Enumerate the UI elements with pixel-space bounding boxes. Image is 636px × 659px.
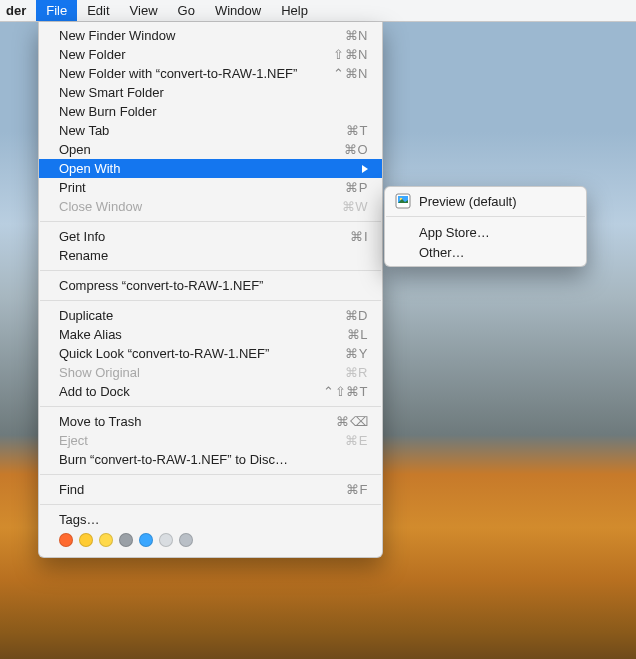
tag-dot[interactable] [59, 533, 73, 547]
menu-item-get-info[interactable]: Get Info⌘I [39, 227, 382, 246]
menu-separator [40, 270, 381, 271]
menu-separator [40, 406, 381, 407]
file-menu-dropdown: New Finder Window⌘N New Folder⇧⌘N New Fo… [38, 22, 383, 558]
menu-item-open-with[interactable]: Open With [39, 159, 382, 178]
menu-item-label: New Finder Window [59, 28, 335, 43]
menu-item-label: Get Info [59, 229, 340, 244]
menu-separator [40, 474, 381, 475]
open-with-submenu: Preview (default) App Store… Other… [384, 186, 587, 267]
menu-item-compress[interactable]: Compress “convert-to-RAW-1.NEF” [39, 276, 382, 295]
menu-item-new-burn-folder[interactable]: New Burn Folder [39, 102, 382, 121]
menu-item-label: New Burn Folder [59, 104, 358, 119]
menu-separator [40, 221, 381, 222]
menu-item-tags[interactable]: Tags… [39, 510, 382, 529]
tag-dot[interactable] [119, 533, 133, 547]
menu-item-open[interactable]: Open⌘O [39, 140, 382, 159]
menu-item-shortcut: ⌃⌘N [333, 66, 368, 81]
menu-view[interactable]: View [120, 0, 168, 21]
menu-item-label: Find [59, 482, 336, 497]
preview-app-icon [395, 193, 411, 209]
menu-item-label: Tags… [59, 512, 358, 527]
menu-item-quick-look[interactable]: Quick Look “convert-to-RAW-1.NEF”⌘Y [39, 344, 382, 363]
menu-item-shortcut: ⌃⇧⌘T [323, 384, 368, 399]
menu-item-shortcut: ⌘E [345, 433, 368, 448]
menu-item-close-window: Close Window⌘W [39, 197, 382, 216]
submenu-item-label: App Store… [419, 225, 490, 240]
tag-dot[interactable] [139, 533, 153, 547]
menu-item-shortcut: ⌘T [346, 123, 368, 138]
menu-item-rename[interactable]: Rename [39, 246, 382, 265]
menu-item-eject: Eject⌘E [39, 431, 382, 450]
menu-window[interactable]: Window [205, 0, 271, 21]
menu-item-label: Show Original [59, 365, 335, 380]
tag-dot[interactable] [179, 533, 193, 547]
menu-item-shortcut: ⌘P [345, 180, 368, 195]
menu-item-shortcut: ⌘O [344, 142, 368, 157]
menu-item-label: Move to Trash [59, 414, 326, 429]
menu-item-add-to-dock[interactable]: Add to Dock⌃⇧⌘T [39, 382, 382, 401]
menu-item-shortcut: ⌘N [345, 28, 368, 43]
tag-dot[interactable] [99, 533, 113, 547]
spacer-icon [395, 224, 411, 240]
submenu-item-app-store[interactable]: App Store… [385, 222, 586, 242]
menu-item-shortcut: ⌘F [346, 482, 368, 497]
menu-item-shortcut: ⇧⌘N [333, 47, 368, 62]
menu-item-label: Make Alias [59, 327, 337, 342]
menu-item-label: New Folder [59, 47, 323, 62]
menu-item-duplicate[interactable]: Duplicate⌘D [39, 306, 382, 325]
menu-item-label: Open [59, 142, 334, 157]
app-name: der [0, 0, 36, 21]
spacer-icon [395, 244, 411, 260]
menubar: der File Edit View Go Window Help [0, 0, 636, 22]
menu-item-label: Rename [59, 248, 358, 263]
menu-item-shortcut: ⌘W [342, 199, 368, 214]
menu-item-shortcut: ⌘I [350, 229, 368, 244]
submenu-item-label: Other… [419, 245, 465, 260]
menu-item-new-smart-folder[interactable]: New Smart Folder [39, 83, 382, 102]
menu-separator [386, 216, 585, 217]
menu-item-label: Open With [59, 161, 362, 176]
menu-item-print[interactable]: Print⌘P [39, 178, 382, 197]
menu-item-label: Eject [59, 433, 335, 448]
menu-item-burn-to-disc[interactable]: Burn “convert-to-RAW-1.NEF” to Disc… [39, 450, 382, 469]
menu-item-show-original: Show Original⌘R [39, 363, 382, 382]
menu-help[interactable]: Help [271, 0, 318, 21]
menu-item-shortcut: ⌘L [347, 327, 368, 342]
menu-item-shortcut: ⌘⌫ [336, 414, 368, 429]
menu-item-find[interactable]: Find⌘F [39, 480, 382, 499]
menu-separator [40, 300, 381, 301]
menu-go[interactable]: Go [168, 0, 205, 21]
menu-separator [40, 504, 381, 505]
menu-item-label: New Folder with “convert-to-RAW-1.NEF” [59, 66, 323, 81]
menu-item-label: New Smart Folder [59, 85, 358, 100]
menu-item-label: Close Window [59, 199, 332, 214]
submenu-arrow-icon [362, 165, 368, 173]
menu-item-label: New Tab [59, 123, 336, 138]
menu-item-label: Print [59, 180, 335, 195]
tag-dot[interactable] [79, 533, 93, 547]
menu-item-shortcut: ⌘R [345, 365, 368, 380]
submenu-item-label: Preview (default) [419, 194, 517, 209]
menu-item-new-tab[interactable]: New Tab⌘T [39, 121, 382, 140]
menu-item-label: Compress “convert-to-RAW-1.NEF” [59, 278, 358, 293]
menu-item-shortcut: ⌘D [345, 308, 368, 323]
menu-item-label: Add to Dock [59, 384, 313, 399]
menu-item-label: Duplicate [59, 308, 335, 323]
menu-item-new-folder[interactable]: New Folder⇧⌘N [39, 45, 382, 64]
menu-item-move-to-trash[interactable]: Move to Trash⌘⌫ [39, 412, 382, 431]
menu-item-make-alias[interactable]: Make Alias⌘L [39, 325, 382, 344]
menu-item-new-folder-with[interactable]: New Folder with “convert-to-RAW-1.NEF”⌃⌘… [39, 64, 382, 83]
menu-item-label: Burn “convert-to-RAW-1.NEF” to Disc… [59, 452, 358, 467]
menu-item-label: Quick Look “convert-to-RAW-1.NEF” [59, 346, 335, 361]
submenu-item-other[interactable]: Other… [385, 242, 586, 262]
menu-file[interactable]: File [36, 0, 77, 21]
menu-item-shortcut: ⌘Y [345, 346, 368, 361]
submenu-item-preview-default[interactable]: Preview (default) [385, 191, 586, 211]
tag-dot[interactable] [159, 533, 173, 547]
menu-edit[interactable]: Edit [77, 0, 119, 21]
menu-item-new-finder-window[interactable]: New Finder Window⌘N [39, 26, 382, 45]
tags-swatch-row [39, 529, 382, 551]
